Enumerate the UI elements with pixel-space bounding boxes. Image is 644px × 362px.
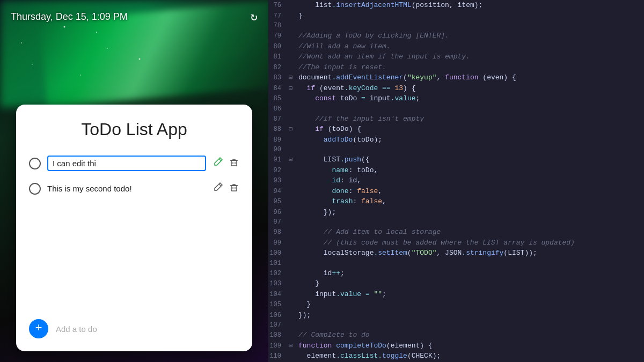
code-line: 106 });: [268, 310, 644, 321]
code-line: 87 //if the input isn't empty: [268, 114, 644, 124]
refresh-icon[interactable]: ↻: [251, 10, 258, 24]
todo-checkbox-1[interactable]: [29, 183, 41, 195]
todo-text-input-0[interactable]: [47, 156, 206, 171]
svg-rect-16: [231, 160, 237, 166]
code-line: 88 ⊟ if (toDo) {: [268, 124, 644, 135]
todo-title: ToDo List App: [29, 120, 239, 139]
code-line: 109 ⊟ function completeToDo(element) {: [268, 341, 644, 351]
trash-icon-1[interactable]: [229, 182, 239, 195]
svg-point-1: [64, 26, 65, 28]
code-line: 84 ⊟ if (event.keyCode == 13) {: [268, 83, 644, 94]
code-line: 77 }: [268, 11, 644, 21]
datetime-bar: Thursday, Dec 15, 1:09 PM ↻: [0, 10, 268, 24]
code-line: 100 localStorage.setItem("TODO", JSON.st…: [268, 248, 644, 258]
svg-point-8: [139, 58, 141, 60]
datetime-text: Thursday, Dec 15, 1:09 PM: [11, 11, 128, 23]
trash-icon-0[interactable]: [229, 157, 239, 170]
todo-checkbox-0[interactable]: [29, 158, 41, 169]
code-line: 93 id: id,: [268, 175, 644, 186]
code-line: 108 // Complete to do: [268, 330, 644, 341]
svg-point-7: [80, 75, 81, 76]
code-line: 110 element.classList.toggle(CHECK);: [268, 351, 644, 361]
code-line: 102 id++;: [268, 268, 644, 279]
code-line: 103 }: [268, 278, 644, 289]
todo-actions-0: [213, 157, 239, 170]
add-todo-button[interactable]: +: [29, 319, 48, 338]
todo-text-1: This is my second todo!: [47, 184, 206, 193]
code-line: 82 //The input is reset.: [268, 62, 644, 73]
todo-item: This is my second todo!: [29, 179, 239, 198]
svg-point-14: [96, 32, 97, 33]
svg-rect-17: [231, 186, 237, 191]
code-line: 89 addToDo(toDo);: [268, 135, 644, 145]
code-editor[interactable]: 76 list.insertAdjacentHTML(position, ite…: [268, 0, 644, 362]
todo-item: [29, 152, 239, 174]
svg-point-6: [32, 64, 33, 65]
code-line: 97: [268, 217, 644, 227]
edit-icon-1[interactable]: [213, 182, 223, 195]
todo-card: ToDo List App: [16, 105, 252, 351]
todo-actions-1: [213, 182, 239, 195]
edit-icon-0[interactable]: [213, 157, 223, 170]
code-line: 107: [268, 320, 644, 330]
plus-icon: +: [35, 323, 42, 335]
svg-point-2: [107, 48, 108, 49]
code-line: 78: [268, 21, 644, 31]
code-line: 98 // Add item to local storage: [268, 227, 644, 238]
code-line: 91 ⊟ LIST.push({: [268, 154, 644, 165]
code-line: 105 }: [268, 299, 644, 310]
right-panel: 76 list.insertAdjacentHTML(position, ite…: [268, 0, 644, 362]
code-line: 94 done: false,: [268, 186, 644, 197]
code-line: 83 ⊟ document.addEventListener("keyup", …: [268, 72, 644, 83]
code-line: 86: [268, 104, 644, 114]
code-line: 99 // (this code must be added where the…: [268, 238, 644, 248]
code-line: 76 list.insertAdjacentHTML(position, ite…: [268, 0, 644, 11]
code-line: 80 //Will add a new item.: [268, 41, 644, 52]
code-line: 96 });: [268, 207, 644, 218]
code-line: 92 name: toDo,: [268, 165, 644, 176]
left-panel: Thursday, Dec 15, 1:09 PM ↻ ToDo List Ap…: [0, 0, 268, 362]
svg-point-0: [21, 42, 22, 43]
code-line: 90: [268, 145, 644, 154]
add-placeholder[interactable]: Add a to do: [56, 324, 97, 334]
code-line: 81 //Wont add an item if the input is em…: [268, 51, 644, 62]
code-line: 85 const toDo = input.value;: [268, 93, 644, 104]
code-line: 79 //Adding a ToDo by clicking [ENTER].: [268, 31, 644, 41]
code-line: 101: [268, 258, 644, 268]
add-section: + Add a to do: [29, 313, 239, 338]
code-line: 95 trash: false,: [268, 196, 644, 207]
todo-items-list: This is my second todo!: [29, 152, 239, 304]
code-line: 104 input.value = "";: [268, 289, 644, 300]
